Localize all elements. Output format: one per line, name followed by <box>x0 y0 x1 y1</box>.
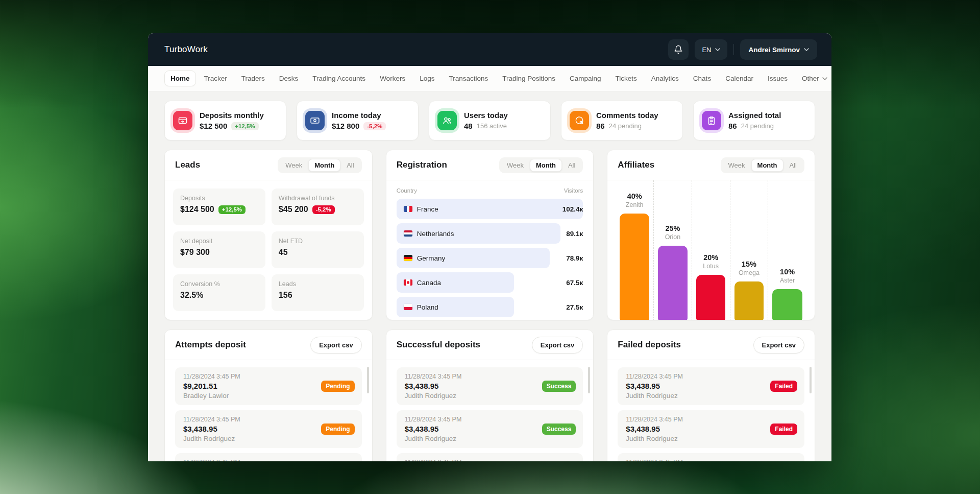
visitors-value: 67.5к <box>566 272 583 293</box>
stat-title: Comments today <box>596 111 658 120</box>
deposit-item[interactable]: 11/28/2024 3:45 PM $3,438.95 Judith Rodr… <box>618 453 804 461</box>
deposit-item[interactable]: 11/28/2024 3:45 PM $9,201.51 Bradley Law… <box>175 367 362 405</box>
registration-row-germany[interactable]: Germany 78.9к <box>397 248 583 268</box>
period-month[interactable]: Month <box>751 159 783 172</box>
lead-cell-deposits: Deposits $124 500 +12,5% <box>173 189 265 225</box>
panel-title: Registration <box>397 160 447 170</box>
affiliates-panel: Affiliates Week Month All 40% Zenith <box>607 150 815 320</box>
panel-title: Failed deposits <box>618 340 681 350</box>
stat-trend-badge: +12,5% <box>231 122 258 130</box>
period-week[interactable]: Week <box>501 159 530 172</box>
language-selector[interactable]: EN <box>695 39 727 60</box>
period-week[interactable]: Week <box>722 159 751 172</box>
registration-row-poland[interactable]: Poland 27.5к <box>397 297 583 317</box>
scrollbar-thumb[interactable] <box>810 367 812 393</box>
france-flag-icon <box>404 206 412 212</box>
tab-trading-positions[interactable]: Trading Positions <box>496 70 561 86</box>
panels-row-1: Leads Week Month All Deposits $124 500 +… <box>164 150 815 320</box>
status-badge: Success <box>542 381 576 392</box>
chevron-down-icon <box>822 77 827 80</box>
chart-column-aster: 10% Aster <box>768 180 806 320</box>
canada-flag-icon <box>404 279 412 286</box>
bar-zenith <box>620 214 649 320</box>
stat-cards-row: Deposits monthly $12 500 +12,5% Income t… <box>164 101 815 140</box>
bar-orion <box>658 246 688 320</box>
scrollbar-thumb[interactable] <box>588 367 590 393</box>
registration-row-canada[interactable]: Canada 67.5к <box>397 272 583 293</box>
stat-subtext: 24 pending <box>741 122 774 130</box>
deposit-item[interactable]: 11/28/2024 3:45 PM $3,438.95 Judith Rodr… <box>618 367 804 405</box>
chat-icon <box>570 111 589 130</box>
main-nav: Home Tracker Traders Desks Trading Accou… <box>148 66 831 91</box>
stat-subtext: 24 pending <box>609 122 642 130</box>
leads-panel: Leads Week Month All Deposits $124 500 +… <box>164 150 373 320</box>
period-all[interactable]: All <box>340 159 360 172</box>
successful-deposits-panel: Successful deposits Export csv 11/28/202… <box>386 330 594 461</box>
deposit-item[interactable]: 11/28/2024 3:45 PM $3,438.95 Judith Rodr… <box>175 453 362 461</box>
visitors-value: 89.1к <box>566 223 583 244</box>
visitors-value: 102.4к <box>562 199 583 219</box>
registration-row-netherlands[interactable]: Netherlands 89.1к <box>397 223 583 244</box>
status-badge: Pending <box>321 381 354 392</box>
period-week[interactable]: Week <box>279 159 308 172</box>
registration-row-france[interactable]: France 102.4к <box>397 199 583 219</box>
tab-traders[interactable]: Traders <box>235 70 271 86</box>
period-month[interactable]: Month <box>530 159 562 172</box>
tab-desks[interactable]: Desks <box>273 70 305 86</box>
tab-calendar[interactable]: Calendar <box>719 70 760 86</box>
deposit-item[interactable]: 11/28/2024 3:45 PM $3,438.95 Judith Rodr… <box>175 410 362 448</box>
leads-grid: Deposits $124 500 +12,5% Withdrawal of f… <box>165 180 372 319</box>
panel-title: Attempts deposit <box>175 340 246 350</box>
lead-cell-net-deposit: Net deposit $79 300 <box>173 231 265 268</box>
tab-campaing[interactable]: Campaing <box>564 70 607 86</box>
stat-card-users-today: Users today 48 156 active <box>429 101 551 140</box>
affiliates-bar-chart: 40% Zenith 25% Orion 20% Lotus <box>607 180 815 320</box>
panel-title: Successful deposits <box>397 340 480 350</box>
card-deposit-icon <box>173 111 192 130</box>
tab-analytics[interactable]: Analytics <box>645 70 685 86</box>
stat-title: Deposits monthly <box>200 111 264 120</box>
clipboard-icon <box>702 111 721 130</box>
app-header: TurboWork EN Andrei Smirnov <box>148 33 831 66</box>
tab-tracker[interactable]: Tracker <box>198 70 233 86</box>
stat-trend-badge: -5,2% <box>363 122 386 130</box>
tab-chats[interactable]: Chats <box>687 70 717 86</box>
netherlands-flag-icon <box>404 230 412 237</box>
bar-aster <box>772 289 802 320</box>
chevron-down-icon <box>804 48 809 51</box>
period-all[interactable]: All <box>783 159 803 172</box>
tab-transactions[interactable]: Transactions <box>443 70 494 86</box>
notifications-button[interactable] <box>668 39 689 60</box>
export-csv-button[interactable]: Export csv <box>532 337 583 354</box>
stat-card-deposits-monthly: Deposits monthly $12 500 +12,5% <box>164 101 286 140</box>
tab-other[interactable]: Other <box>796 70 831 86</box>
deposit-item[interactable]: 11/28/2024 3:45 PM $3,438.95 Judith Rodr… <box>397 453 583 461</box>
user-menu[interactable]: Andrei Smirnov <box>740 39 817 60</box>
tab-tickets[interactable]: Tickets <box>609 70 643 86</box>
period-all[interactable]: All <box>562 159 581 172</box>
period-month[interactable]: Month <box>308 159 340 172</box>
tab-logs[interactable]: Logs <box>413 70 440 86</box>
stat-value: 86 <box>728 122 737 130</box>
brand-logo: TurboWork <box>164 44 208 55</box>
trend-badge: -5,2% <box>312 205 335 214</box>
tab-issues[interactable]: Issues <box>762 70 794 86</box>
export-csv-button[interactable]: Export csv <box>753 337 804 354</box>
deposit-item[interactable]: 11/28/2024 3:45 PM $3,438.95 Judith Rodr… <box>618 410 804 448</box>
germany-flag-icon <box>404 255 412 261</box>
scrollbar-thumb[interactable] <box>367 367 369 393</box>
deposit-item[interactable]: 11/28/2024 3:45 PM $3,438.95 Judith Rodr… <box>397 367 583 405</box>
tab-home[interactable]: Home <box>164 70 196 86</box>
tab-workers[interactable]: Workers <box>374 70 411 86</box>
deposit-item[interactable]: 11/28/2024 3:45 PM $3,438.95 Judith Rodr… <box>397 410 583 448</box>
registration-table: Country Visitors France 102.4к Netherlan… <box>386 180 594 317</box>
status-badge: Failed <box>770 381 797 392</box>
period-toggle: Week Month All <box>721 157 804 173</box>
tab-trading-accounts[interactable]: Trading Accounts <box>306 70 372 86</box>
status-badge: Success <box>542 424 576 435</box>
bar-lotus <box>696 275 726 320</box>
export-csv-button[interactable]: Export csv <box>310 337 361 354</box>
panels-row-2: Attempts deposit Export csv 11/28/2024 3… <box>164 330 815 461</box>
stat-title: Assigned total <box>728 111 781 120</box>
chart-column-zenith: 40% Zenith <box>616 180 654 320</box>
